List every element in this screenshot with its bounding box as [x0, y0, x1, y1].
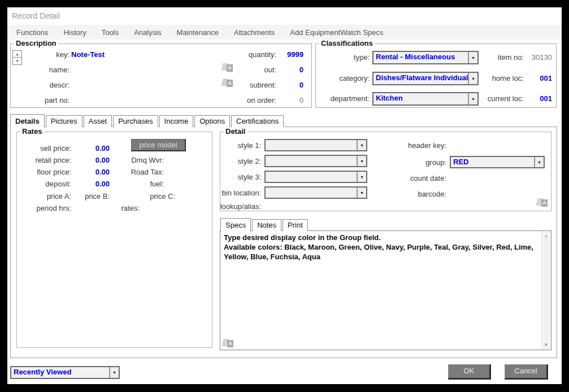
menu-history[interactable]: History	[63, 28, 86, 37]
category-label: category:	[340, 74, 370, 82]
department-label: department:	[331, 94, 370, 103]
style1-label: style 1:	[238, 141, 261, 150]
price-model-button[interactable]: price model	[131, 139, 186, 151]
tab-asset[interactable]: Asset	[84, 115, 112, 127]
translate-icon[interactable]: A	[537, 198, 548, 207]
details-tab-panel: Rates sell price: 0.00 retail price: 0.0…	[10, 127, 557, 358]
category-dropdown-value: Dishes/Flatware Individual	[373, 73, 468, 84]
item-no-value: 30130	[532, 53, 552, 62]
tab-print[interactable]: Print	[283, 219, 308, 231]
type-label: type:	[354, 53, 370, 62]
specs-scrollbar[interactable]: ▲ ▼	[541, 232, 550, 349]
specs-text-line1: Type desired display color in the Group …	[224, 233, 536, 242]
chevron-down-icon[interactable]: ▼	[468, 93, 477, 104]
chevron-down-icon[interactable]: ▼	[534, 157, 544, 167]
translate-icon[interactable]: A	[222, 63, 233, 72]
name-label: name:	[49, 66, 70, 74]
description-legend: Description	[14, 40, 58, 47]
recently-viewed-dropdown[interactable]: Recently Viewed ▼	[10, 366, 120, 379]
bin-location-label: bin location:	[222, 189, 261, 197]
style2-dropdown[interactable]: ▼	[264, 155, 367, 167]
part-no-label: part no:	[45, 96, 70, 104]
tab-notes[interactable]: Notes	[252, 219, 281, 231]
menu-functions[interactable]: Functions	[16, 28, 48, 37]
floor-price-label: floor price:	[37, 168, 71, 176]
price-b-label: price B:	[85, 192, 110, 201]
tab-options[interactable]: Options	[194, 115, 230, 127]
count-date-label: count date:	[410, 174, 446, 182]
menu-bar: Functions History Tools Analysis Mainten…	[7, 25, 562, 40]
menu-tools[interactable]: Tools	[102, 28, 119, 37]
spinner-up-icon[interactable]: ▲	[13, 51, 21, 58]
deposit-value: 0.00	[95, 180, 110, 188]
chevron-down-icon[interactable]: ▼	[109, 367, 119, 378]
record-spinner[interactable]: ▲ ▼	[12, 50, 22, 65]
tab-purchases[interactable]: Purchases	[113, 115, 158, 127]
specs-text-line2: Available colors: Black, Maroon, Green, …	[224, 242, 536, 262]
quantity-value: 9999	[287, 50, 303, 59]
current-loc-label: current loc:	[488, 94, 524, 103]
rates-legend: Rates	[20, 128, 44, 136]
translate-icon[interactable]: A	[223, 338, 233, 348]
sell-price-value: 0.00	[95, 144, 110, 153]
chevron-down-icon[interactable]: ▼	[357, 140, 366, 150]
description-groupbox: Description ▲ ▼ key: Note-Test name: des…	[10, 43, 312, 108]
road-tax-label: Road Tax:	[131, 168, 164, 176]
ok-button[interactable]: OK	[448, 364, 491, 380]
chevron-down-icon[interactable]: ▼	[357, 172, 366, 182]
key-value: Note-Test	[71, 50, 105, 59]
type-dropdown-value: Rental - Miscellaneous	[373, 52, 468, 63]
group-dropdown-value: RED	[451, 157, 534, 167]
type-dropdown[interactable]: Rental - Miscellaneous ▼	[372, 51, 479, 64]
tab-details[interactable]: Details	[10, 114, 45, 128]
cancel-button[interactable]: Cancel	[505, 364, 548, 380]
period-hrs-label: period hrs:	[37, 204, 71, 212]
current-loc-value: 001	[540, 94, 552, 103]
dmq-wvr-label: Dmq Wvr:	[131, 156, 164, 164]
on-order-label: on order:	[247, 96, 276, 104]
barcode-label: barcode:	[418, 190, 446, 198]
descr-label: descr:	[50, 81, 70, 89]
chevron-down-icon[interactable]: ▼	[357, 156, 366, 166]
department-dropdown-value: Kitchen	[373, 93, 468, 104]
scroll-down-icon[interactable]: ▼	[542, 342, 550, 347]
style3-label: style 3:	[238, 173, 261, 181]
tab-pictures[interactable]: Pictures	[46, 115, 82, 127]
home-loc-label: home loc:	[492, 74, 524, 82]
category-dropdown[interactable]: Dishes/Flatware Individual ▼	[372, 72, 479, 85]
price-a-label: price A:	[47, 192, 71, 201]
chevron-down-icon[interactable]: ▼	[357, 188, 366, 198]
item-no-label: item no:	[498, 53, 524, 62]
tab-certifications[interactable]: Certifications	[231, 115, 284, 127]
classifications-groupbox: Classifications type: Rental - Miscellan…	[315, 43, 557, 108]
tab-income[interactable]: Income	[159, 115, 194, 127]
translate-icon[interactable]: A	[222, 78, 233, 88]
scroll-up-icon[interactable]: ▲	[542, 233, 550, 238]
fuel-label: fuel:	[150, 180, 164, 188]
group-dropdown[interactable]: RED ▼	[450, 156, 545, 168]
record-detail-window: Record Detail Functions History Tools An…	[7, 7, 562, 384]
tab-specs[interactable]: Specs	[220, 218, 251, 232]
home-loc-value: 001	[540, 74, 552, 82]
menu-attachments[interactable]: Attachments	[234, 28, 275, 37]
specs-textarea[interactable]: Type desired display color in the Group …	[220, 230, 551, 350]
spinner-down-icon[interactable]: ▼	[13, 58, 21, 64]
on-order-value: 0	[299, 96, 303, 104]
style3-dropdown[interactable]: ▼	[264, 171, 367, 183]
menu-add-equipmentwatch-specs[interactable]: Add EquipmentWatch Specs	[290, 28, 383, 37]
detail-legend: Detail	[224, 128, 247, 136]
menu-analysis[interactable]: Analysis	[134, 28, 161, 37]
out-label: out:	[264, 66, 276, 74]
chevron-down-icon[interactable]: ▼	[468, 52, 477, 63]
menu-maintenance[interactable]: Maintenance	[177, 28, 219, 37]
deposit-label: deposit:	[45, 180, 71, 188]
retail-price-value: 0.00	[95, 156, 110, 164]
style1-dropdown[interactable]: ▼	[264, 139, 367, 151]
recently-viewed-value: Recently Viewed	[11, 367, 109, 378]
window-title: Record Detail	[12, 11, 60, 20]
detail-groupbox: Detail style 1: ▼ style 2: ▼ style 3: ▼ …	[220, 132, 551, 211]
department-dropdown[interactable]: Kitchen ▼	[372, 92, 479, 106]
bin-location-dropdown[interactable]: ▼	[264, 186, 367, 199]
chevron-down-icon[interactable]: ▼	[468, 73, 477, 84]
lookup-alias-label: lookup/alias:	[220, 202, 261, 211]
